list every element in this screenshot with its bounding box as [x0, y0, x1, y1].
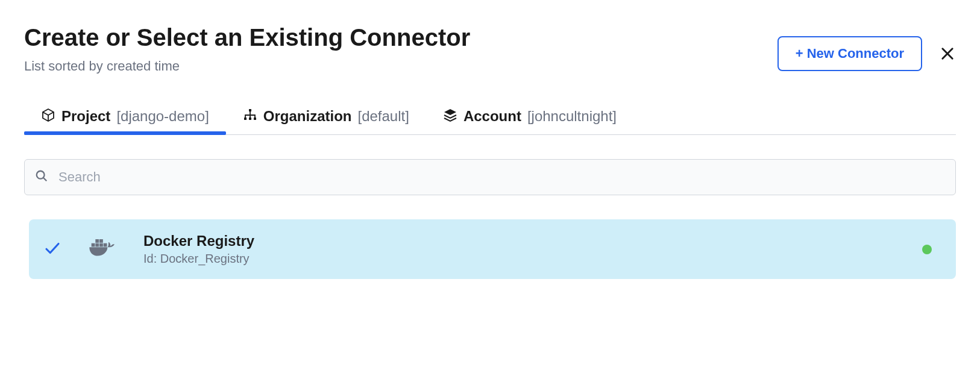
svg-rect-2: [249, 109, 251, 111]
new-connector-label: + New Connector: [796, 46, 904, 61]
docker-icon: [86, 236, 119, 263]
scope-tabs: Project [django-demo] Organization [defa…: [24, 98, 956, 135]
organization-icon: [243, 108, 257, 125]
header-text: Create or Select an Existing Connector L…: [24, 24, 470, 74]
svg-line-7: [43, 178, 47, 181]
svg-rect-13: [99, 239, 103, 243]
tab-organization-value: [default]: [357, 108, 409, 125]
connector-text: Docker Registry Id: Docker_Registry: [143, 233, 254, 266]
tab-account-value: [johncultnight]: [527, 108, 617, 125]
connector-list-item[interactable]: Docker Registry Id: Docker_Registry: [29, 219, 956, 279]
search-wrap: [24, 159, 956, 195]
header-actions: + New Connector: [777, 36, 956, 71]
search-input[interactable]: [24, 159, 956, 195]
tab-organization-label: Organization: [263, 108, 352, 125]
tab-organization[interactable]: Organization [default]: [226, 98, 426, 134]
svg-rect-4: [249, 118, 251, 120]
svg-rect-12: [95, 239, 99, 243]
svg-rect-5: [254, 118, 256, 120]
svg-rect-3: [244, 118, 247, 120]
svg-rect-10: [99, 243, 103, 246]
check-icon: [43, 239, 61, 260]
header-row: Create or Select an Existing Connector L…: [24, 24, 956, 74]
tab-account[interactable]: Account [johncultnight]: [426, 98, 633, 134]
tab-account-label: Account: [463, 108, 521, 125]
cube-icon: [41, 108, 55, 125]
svg-rect-9: [95, 243, 99, 246]
connector-name: Docker Registry: [143, 233, 254, 249]
page-subtitle: List sorted by created time: [24, 58, 470, 74]
tab-project-value: [django-demo]: [116, 108, 209, 125]
svg-point-6: [37, 171, 45, 179]
page-title: Create or Select an Existing Connector: [24, 24, 470, 51]
tab-project[interactable]: Project [django-demo]: [24, 98, 226, 134]
svg-rect-8: [92, 243, 95, 246]
connector-id: Id: Docker_Registry: [143, 252, 254, 266]
layers-icon: [443, 108, 457, 125]
tab-project-label: Project: [61, 108, 110, 125]
status-indicator: [922, 245, 932, 254]
search-icon: [35, 169, 48, 185]
svg-rect-11: [104, 243, 107, 246]
new-connector-button[interactable]: + New Connector: [777, 36, 922, 71]
close-icon[interactable]: [939, 45, 956, 62]
